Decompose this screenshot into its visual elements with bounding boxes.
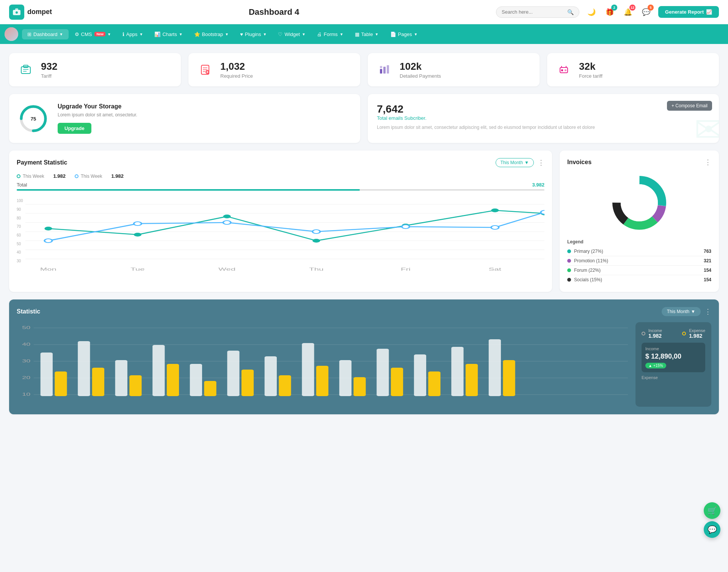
nav-item-plugins[interactable]: ♥ Plugins ▼ — [235, 29, 272, 39]
svg-rect-77 — [227, 351, 239, 396]
tariff-value: 932 — [41, 61, 57, 72]
line-chart-svg: Mon Tue Wed Thu Fri Sat — [25, 197, 544, 273]
statistic-month-select[interactable]: This Month ▼ — [662, 307, 701, 316]
promotion-value: 321 — [704, 258, 711, 263]
upgrade-button[interactable]: Upgrade — [58, 123, 91, 134]
svg-rect-87 — [414, 354, 426, 396]
progress-fill — [17, 189, 360, 191]
header: dompet Dashboard 4 🔍 🌙 🎁 2 🔔 12 💬 5 Gene… — [0, 0, 728, 24]
chat-icon[interactable]: 💬 5 — [640, 6, 652, 18]
svg-rect-72 — [129, 375, 141, 396]
svg-rect-90 — [466, 364, 478, 396]
income-legend-row: Income 1.982 Expense 1.982 — [642, 328, 705, 339]
promotion-color-dot — [567, 259, 571, 263]
invoices-header: Invoices ⋮ — [567, 158, 711, 166]
logo-icon — [9, 5, 24, 20]
chevron-down-icon-cms: ▼ — [107, 32, 111, 36]
chevron-down-icon-month: ▼ — [524, 160, 529, 165]
nav-item-widget[interactable]: ♡ Widget ▼ — [273, 29, 311, 39]
stat-card-force-tariff: 32k Force tariff — [547, 53, 719, 86]
dashboard-icon: ⊞ — [27, 31, 31, 37]
svg-rect-76 — [204, 381, 216, 396]
line-chart-container: 100 90 80 70 60 50 40 30 — [17, 197, 544, 273]
svg-point-41 — [223, 221, 231, 224]
forms-icon: 🖨 — [317, 31, 322, 37]
search-input[interactable] — [502, 9, 564, 15]
bell-icon[interactable]: 🔔 12 — [622, 6, 634, 18]
email-watermark-icon: ✉ — [694, 113, 719, 143]
search-box[interactable]: 🔍 — [496, 6, 579, 18]
apps-icon: ℹ — [122, 31, 124, 37]
nav-item-charts[interactable]: 📊 Charts ▼ — [149, 29, 188, 39]
svg-rect-88 — [428, 371, 440, 396]
svg-text:30: 30 — [22, 359, 30, 364]
expense-section-label: Expense — [642, 375, 705, 380]
table-icon: ▦ — [355, 31, 359, 37]
y-axis: 100 90 80 70 60 50 40 30 — [17, 197, 23, 265]
storage-percent: 75 — [31, 116, 36, 121]
stat-card-required-price: 1,032 Required Price — [188, 53, 360, 86]
income-legend-value: 1.982 — [648, 333, 662, 339]
generate-report-button[interactable]: Generate Report 📈 — [658, 6, 719, 18]
nav-item-apps[interactable]: ℹ Apps ▼ — [117, 29, 149, 39]
logo: dompet — [9, 5, 52, 20]
legend-item-forum: Forum (22%) 154 — [567, 266, 711, 275]
payment-progress-bar — [17, 189, 544, 191]
nav-item-table[interactable]: ▦ Table ▼ — [350, 29, 384, 39]
payment-options-button[interactable]: ⋮ — [538, 158, 544, 167]
svg-rect-16 — [387, 65, 389, 74]
svg-text:Wed: Wed — [218, 267, 235, 272]
svg-point-44 — [491, 226, 499, 229]
svg-rect-92 — [503, 360, 515, 396]
invoices-options-button[interactable]: ⋮ — [704, 158, 711, 166]
theme-toggle[interactable]: 🌙 — [585, 6, 598, 18]
svg-rect-85 — [377, 349, 389, 396]
svg-text:Mon: Mon — [40, 267, 56, 272]
logo-text: dompet — [27, 8, 52, 16]
statistic-title: Statistic — [17, 308, 40, 315]
nav-item-cms[interactable]: ⚙ CMS New ▼ — [69, 29, 116, 39]
nav-item-pages[interactable]: 📄 Pages ▼ — [385, 29, 423, 39]
nav-item-forms[interactable]: 🖨 Forms ▼ — [312, 29, 349, 39]
income-legend-label: Income — [648, 328, 662, 333]
svg-text:20: 20 — [22, 376, 30, 380]
svg-point-45 — [541, 210, 544, 214]
svg-rect-75 — [190, 364, 202, 396]
force-tariff-value: 32k — [579, 61, 602, 72]
payment-title: Payment Statistic — [17, 159, 67, 166]
plugins-icon: ♥ — [240, 31, 243, 37]
svg-rect-14 — [380, 69, 382, 74]
statistic-options-button[interactable]: ⋮ — [704, 307, 711, 316]
detailed-payments-label: Detailed Payments — [400, 73, 441, 79]
email-card: + Compose Email 7,642 Total emails Subcr… — [368, 94, 719, 143]
expense-legend-value: 1.982 — [689, 333, 705, 339]
storage-desc: Lorem ipsum dolor sit amet, onsectetur. — [58, 112, 137, 118]
compose-email-button[interactable]: + Compose Email — [667, 101, 712, 111]
bar-chart: 50 40 30 20 10 — [17, 322, 628, 407]
month-select[interactable]: This Month ▼ — [496, 158, 534, 167]
svg-rect-70 — [92, 368, 104, 396]
chevron-down-icon-stat: ▼ — [691, 309, 695, 314]
svg-text:Fri: Fri — [401, 267, 411, 272]
required-price-label: Required Price — [220, 73, 253, 79]
forum-value: 154 — [704, 268, 711, 273]
svg-text:40: 40 — [22, 342, 30, 347]
header-right: 🔍 🌙 🎁 2 🔔 12 💬 5 Generate Report 📈 — [496, 6, 719, 18]
svg-point-33 — [134, 233, 141, 237]
svg-text:50: 50 — [22, 326, 30, 330]
svg-rect-74 — [167, 364, 179, 396]
stat-card-tariff: 932 Tariff — [9, 53, 181, 86]
gift-icon[interactable]: 🎁 2 — [604, 6, 616, 18]
svg-rect-71 — [115, 360, 127, 396]
nav-item-bootstrap[interactable]: ⭐ Bootstrap ▼ — [189, 29, 234, 39]
chart-icon: 📈 — [706, 9, 712, 15]
total-label: Total — [17, 182, 27, 188]
pages-icon: 📄 — [390, 31, 396, 37]
nav-item-dashboard[interactable]: ⊞ Dashboard ▼ — [22, 29, 69, 39]
chevron-down-icon-bootstrap: ▼ — [225, 32, 229, 36]
required-price-info: 1,032 Required Price — [220, 61, 253, 79]
legend-title: Legend — [567, 239, 711, 244]
chart-row: Payment Statistic This Month ▼ ⋮ This We… — [9, 150, 719, 292]
svg-rect-83 — [339, 360, 351, 396]
detailed-payments-icon — [375, 61, 394, 79]
